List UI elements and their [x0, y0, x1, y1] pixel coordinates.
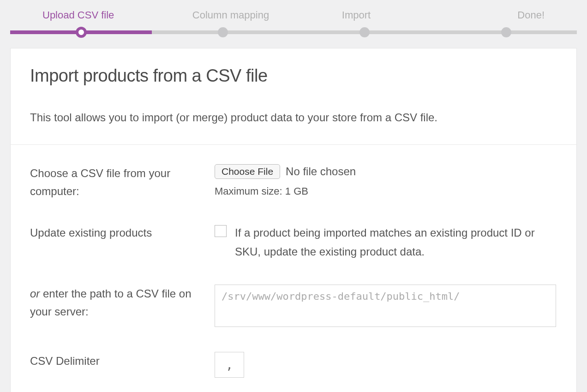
page-title: Import products from a CSV file — [30, 66, 557, 86]
choose-file-button[interactable]: Choose File — [215, 164, 280, 179]
row-delimiter: CSV Delimiter — [30, 352, 557, 378]
label-delimiter: CSV Delimiter — [30, 352, 215, 370]
row-server-path: or enter the path to a CSV file on your … — [30, 285, 557, 329]
file-chosen-status: No file chosen — [286, 165, 356, 178]
label-server-path-prefix: or — [30, 287, 40, 300]
label-server-path-rest: enter the path to a CSV file on your ser… — [30, 287, 192, 318]
page-description: This tool allows you to import (or merge… — [30, 110, 557, 126]
step-dot-done — [501, 27, 511, 37]
progress-stepper: Upload CSV file Column mapping Import Do… — [0, 0, 587, 48]
step-import[interactable]: Import — [294, 9, 419, 21]
server-path-input[interactable] — [215, 285, 556, 327]
step-dot-upload — [76, 27, 87, 38]
label-update-existing: Update existing products — [30, 224, 215, 242]
file-size-hint: Maximum size: 1 GB — [215, 185, 557, 197]
card-header: Import products from a CSV file This too… — [11, 48, 576, 145]
label-server-path: or enter the path to a CSV file on your … — [30, 285, 215, 321]
update-existing-checkbox[interactable] — [215, 225, 227, 237]
delimiter-input[interactable] — [215, 352, 244, 378]
import-card: Import products from a CSV file This too… — [10, 48, 577, 392]
step-dot-import — [359, 27, 370, 37]
import-form: Choose a CSV file from your computer: Ch… — [11, 145, 576, 392]
row-choose-file: Choose a CSV file from your computer: Ch… — [30, 164, 557, 201]
progress-track — [10, 30, 577, 34]
row-update-existing: Update existing products If a product be… — [30, 224, 557, 261]
label-choose-file: Choose a CSV file from your computer: — [30, 164, 215, 201]
step-done[interactable]: Done! — [419, 9, 577, 21]
step-mapping[interactable]: Column mapping — [168, 9, 294, 21]
step-upload[interactable]: Upload CSV file — [10, 9, 168, 21]
update-existing-description: If a product being imported matches an e… — [235, 224, 557, 261]
step-dot-mapping — [218, 27, 228, 37]
